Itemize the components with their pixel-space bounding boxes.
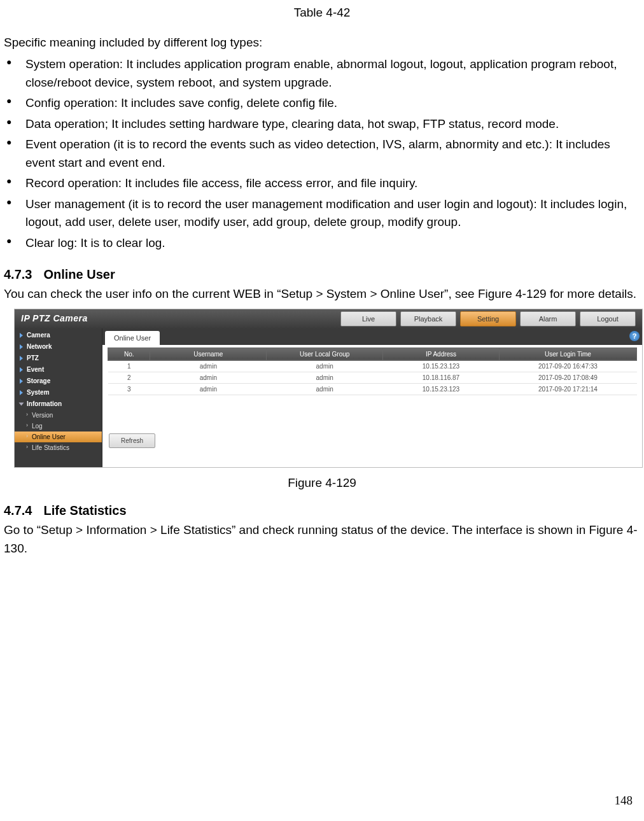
tab-strip: Online User — [102, 328, 642, 345]
sidebar: Camera Network PTZ Event Storage System … — [15, 328, 102, 467]
sidebar-sub-label: Online User — [32, 432, 66, 442]
sidebar-item-system[interactable]: System — [15, 387, 102, 398]
section-number: 4.7.3 — [4, 265, 32, 284]
cell: admin — [150, 372, 267, 383]
cell: 2017-09-20 17:21:14 — [499, 383, 636, 395]
cell: 1 — [108, 360, 150, 372]
intro-paragraph: Specific meaning included by different l… — [4, 34, 640, 52]
triangle-icon — [20, 333, 23, 338]
section-title: Life Statistics — [43, 503, 126, 517]
triangle-icon — [20, 367, 23, 372]
table-row: 1 admin admin 10.15.23.123 2017-09-20 16… — [108, 360, 637, 372]
section-heading-474: 4.7.4Life Statistics — [4, 501, 640, 520]
sidebar-item-label: Storage — [27, 376, 50, 386]
cell: admin — [267, 383, 383, 395]
bullet-item: Event operation (it is to record the eve… — [4, 136, 640, 172]
main-panel: ? Online User No. Username User Local Gr… — [102, 328, 642, 467]
tab-online-user[interactable]: Online User — [105, 331, 160, 345]
cell: 2 — [108, 372, 150, 383]
sidebar-item-ptz[interactable]: PTZ — [15, 353, 102, 364]
section-number: 4.7.4 — [4, 501, 32, 520]
nav-logout[interactable]: Logout — [580, 311, 636, 326]
nav-live[interactable]: Live — [340, 311, 396, 326]
sidebar-item-label: Information — [27, 399, 62, 409]
cell: admin — [267, 360, 383, 372]
top-bar: IP PTZ Camera Live Playback Setting Alar… — [15, 309, 642, 328]
online-user-table: No. Username User Local Group IP Address… — [108, 347, 637, 395]
sidebar-sub-label: Version — [32, 410, 53, 420]
sidebar-item-storage[interactable]: Storage — [15, 375, 102, 387]
bullet-item: Clear log: It is to clear log. — [4, 234, 640, 253]
sidebar-item-event[interactable]: Event — [15, 364, 102, 375]
col-no: No. — [108, 347, 150, 360]
cell: admin — [267, 372, 383, 383]
section-heading-473: 4.7.3Online User — [4, 265, 640, 284]
sidebar-item-information[interactable]: Information — [15, 398, 102, 410]
cell: 10.15.23.123 — [383, 360, 500, 372]
triangle-icon — [20, 379, 23, 384]
sidebar-item-network[interactable]: Network — [15, 341, 102, 353]
table-row: 3 admin admin 10.15.23.123 2017-09-20 17… — [108, 383, 637, 395]
nav-setting[interactable]: Setting — [460, 311, 516, 326]
sidebar-sub-label: Life Statistics — [32, 443, 69, 453]
nav-playback[interactable]: Playback — [400, 311, 456, 326]
sidebar-sub-label: Log — [32, 421, 43, 431]
bullet-item: Data operation; It includes setting hard… — [4, 115, 640, 134]
cell: 10.18.116.87 — [383, 372, 500, 383]
section-title: Online User — [43, 267, 115, 281]
sidebar-sub-online-user[interactable]: ›Online User — [15, 432, 102, 442]
cell: admin — [150, 360, 267, 372]
triangle-icon — [20, 344, 23, 349]
section-473-paragraph: You can check the user info on the curre… — [4, 285, 640, 304]
bullet-item: System operation: It includes applicatio… — [4, 55, 640, 92]
table-caption: Table 4-42 — [4, 0, 640, 22]
sidebar-item-label: Event — [27, 365, 44, 374]
cell: 2017-09-20 16:47:33 — [499, 360, 636, 372]
table-row: 2 admin admin 10.18.116.87 2017-09-20 17… — [108, 372, 637, 383]
triangle-icon — [20, 356, 23, 361]
col-user-local-group: User Local Group — [267, 347, 383, 360]
section-474-paragraph: Go to “Setup > Information > Life Statis… — [4, 521, 640, 558]
brand-label: IP PTZ Camera — [21, 312, 88, 325]
embedded-ui-screenshot: IP PTZ Camera Live Playback Setting Alar… — [14, 309, 643, 468]
bullet-item: Config operation: It includes save confi… — [4, 94, 640, 113]
refresh-button[interactable]: Refresh — [109, 433, 155, 448]
cell: admin — [150, 383, 267, 395]
col-user-login-time: User Login Time — [499, 347, 636, 360]
triangle-icon — [20, 390, 23, 395]
page-number: 148 — [615, 792, 633, 810]
sidebar-item-camera[interactable]: Camera — [15, 330, 102, 341]
help-icon[interactable]: ? — [629, 331, 640, 341]
chevron-icon: › — [26, 421, 28, 430]
sidebar-item-label: Camera — [27, 330, 50, 340]
triangle-icon — [19, 402, 24, 405]
figure-caption: Figure 4-129 — [4, 474, 640, 493]
top-nav: Live Playback Setting Alarm Logout — [340, 311, 636, 326]
cell: 2017-09-20 17:08:49 — [499, 372, 636, 383]
bullet-item: Record operation: It includes file acces… — [4, 174, 640, 193]
nav-alarm[interactable]: Alarm — [520, 311, 576, 326]
sidebar-sub-version[interactable]: ›Version — [15, 410, 102, 421]
chevron-icon: › — [26, 443, 28, 452]
sidebar-item-label: System — [27, 388, 50, 397]
sidebar-sub-life-statistics[interactable]: ›Life Statistics — [15, 442, 102, 453]
cell: 10.15.23.123 — [383, 383, 500, 395]
sidebar-item-label: Network — [27, 342, 52, 351]
cell: 3 — [108, 383, 150, 395]
chevron-icon: › — [26, 432, 28, 441]
sidebar-item-label: PTZ — [27, 353, 39, 363]
chevron-icon: › — [26, 410, 28, 419]
sidebar-sub-log[interactable]: ›Log — [15, 421, 102, 432]
log-type-bullet-list: System operation: It includes applicatio… — [4, 55, 640, 252]
col-username: Username — [150, 347, 267, 360]
col-ip-address: IP Address — [383, 347, 500, 360]
bullet-item: User management (it is to record the use… — [4, 195, 640, 232]
